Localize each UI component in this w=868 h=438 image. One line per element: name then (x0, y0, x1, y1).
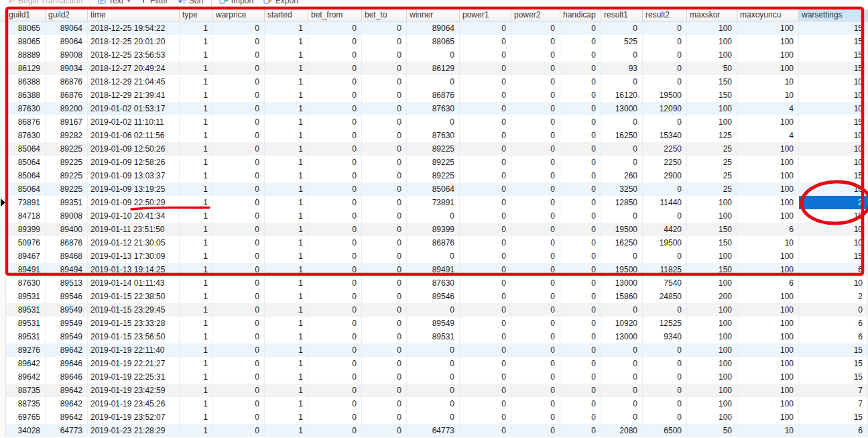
row-gutter[interactable] (0, 115, 6, 129)
cell-type[interactable]: 1 (180, 196, 213, 209)
cell-warsettings[interactable]: 15 (799, 21, 868, 35)
cell-bet_from[interactable]: 0 (308, 129, 362, 142)
cell-started[interactable]: 1 (265, 397, 308, 410)
cell-time[interactable]: 2018-12-25 20:01:20 (88, 35, 180, 48)
cell-result2[interactable]: 0 (643, 62, 687, 75)
cell-bet_from[interactable]: 0 (308, 343, 362, 357)
cell-time[interactable]: 2019-01-12 21:30:05 (88, 236, 180, 250)
cell-started[interactable]: 1 (265, 21, 308, 35)
cell-started[interactable]: 1 (265, 129, 308, 142)
cell-type[interactable]: 1 (180, 169, 213, 182)
cell-time[interactable]: 2019-01-15 22:38:50 (88, 290, 180, 303)
cell-started[interactable]: 1 (265, 35, 308, 48)
cell-type[interactable]: 1 (180, 48, 213, 62)
cell-time[interactable]: 2019-01-15 23:56:50 (88, 330, 180, 343)
cell-guild1[interactable]: 89531 (6, 303, 46, 317)
cell-guild2[interactable]: 86876 (46, 89, 88, 102)
cell-winner[interactable]: 0 (407, 384, 460, 397)
cell-time[interactable]: 2018-12-25 23:56:53 (88, 48, 180, 62)
cell-warprice[interactable]: 0 (213, 102, 265, 115)
cell-result2[interactable]: 9340 (643, 330, 687, 343)
cell-guild1[interactable]: 87630 (6, 276, 46, 290)
cell-power1[interactable]: 0 (460, 303, 511, 317)
cell-guild1[interactable]: 89642 (6, 370, 46, 384)
cell-result1[interactable]: 0 (601, 357, 643, 370)
cell-power2[interactable]: 0 (511, 115, 560, 129)
cell-maxoyuncu[interactable]: 100 (737, 357, 799, 370)
cell-guild1[interactable]: 88065 (6, 35, 46, 48)
cell-warsettings[interactable]: 15 (799, 48, 868, 62)
cell-winner[interactable]: 0 (407, 250, 460, 263)
cell-bet_from[interactable]: 0 (308, 410, 362, 424)
cell-maxskor[interactable]: 100 (687, 317, 737, 330)
cell-power1[interactable]: 0 (460, 115, 511, 129)
cell-bet_from[interactable]: 0 (308, 156, 362, 169)
cell-bet_to[interactable]: 0 (362, 236, 407, 250)
cell-started[interactable]: 1 (265, 303, 308, 317)
cell-result2[interactable]: 12090 (643, 102, 687, 115)
cell-type[interactable]: 1 (180, 263, 213, 276)
cell-maxskor[interactable]: 100 (687, 343, 737, 357)
cell-type[interactable]: 1 (180, 89, 213, 102)
cell-bet_to[interactable]: 0 (362, 48, 407, 62)
cell-started[interactable]: 1 (265, 384, 308, 397)
row-gutter[interactable] (0, 384, 6, 397)
cell-guild2[interactable]: 89225 (46, 156, 88, 169)
cell-warprice[interactable]: 0 (213, 48, 265, 62)
cell-winner[interactable]: 0 (407, 397, 460, 410)
cell-started[interactable]: 1 (265, 115, 308, 129)
cell-time[interactable]: 2018-12-25 19:54:22 (88, 21, 180, 35)
cell-bet_from[interactable]: 0 (308, 223, 362, 236)
cell-warprice[interactable]: 0 (213, 182, 265, 196)
cell-guild1[interactable]: 85064 (6, 142, 46, 156)
cell-result1[interactable]: 15860 (601, 290, 643, 303)
cell-winner[interactable]: 0 (407, 410, 460, 424)
column-header-bet_from[interactable]: bet_from (308, 9, 362, 21)
cell-guild1[interactable]: 85064 (6, 169, 46, 182)
cell-power1[interactable]: 0 (460, 196, 511, 209)
cell-power1[interactable]: 0 (460, 290, 511, 303)
cell-bet_to[interactable]: 0 (362, 317, 407, 330)
cell-maxoyuncu[interactable]: 100 (737, 263, 799, 276)
cell-power2[interactable]: 0 (511, 303, 560, 317)
cell-result1[interactable]: 0 (601, 384, 643, 397)
cell-result2[interactable]: 19500 (643, 236, 687, 250)
cell-warsettings[interactable]: 6 (799, 330, 868, 343)
cell-started[interactable]: 1 (265, 169, 308, 182)
cell-maxskor[interactable]: 100 (687, 303, 737, 317)
cell-bet_to[interactable]: 0 (362, 75, 407, 89)
cell-power1[interactable]: 0 (460, 35, 511, 48)
cell-maxskor[interactable]: 150 (687, 263, 737, 276)
cell-warsettings[interactable]: 10 (799, 156, 868, 169)
cell-maxskor[interactable]: 25 (687, 169, 737, 182)
cell-winner[interactable]: 0 (407, 370, 460, 384)
cell-type[interactable]: 1 (180, 182, 213, 196)
cell-maxskor[interactable]: 100 (687, 196, 737, 209)
cell-started[interactable]: 1 (265, 410, 308, 424)
cell-result1[interactable]: 0 (601, 75, 643, 89)
cell-bet_from[interactable]: 0 (308, 209, 362, 223)
cell-guild1[interactable]: 87630 (6, 129, 46, 142)
cell-started[interactable]: 1 (265, 290, 308, 303)
cell-power2[interactable]: 0 (511, 223, 560, 236)
cell-winner[interactable]: 86129 (407, 62, 460, 75)
cell-result2[interactable]: 2900 (643, 169, 687, 182)
cell-time[interactable]: 2019-01-19 23:52:07 (88, 410, 180, 424)
cell-guild2[interactable]: 89513 (46, 276, 88, 290)
cell-bet_from[interactable]: 0 (308, 424, 362, 437)
cell-power2[interactable]: 0 (511, 343, 560, 357)
cell-power1[interactable]: 0 (460, 102, 511, 115)
cell-guild2[interactable]: 89225 (46, 142, 88, 156)
row-gutter[interactable] (0, 397, 6, 410)
begin-transaction-button[interactable]: Begin Transaction (3, 0, 87, 9)
cell-warsettings[interactable]: 15 (799, 410, 868, 424)
cell-warprice[interactable]: 0 (213, 75, 265, 89)
cell-handicap[interactable]: 0 (560, 263, 601, 276)
cell-power1[interactable]: 0 (460, 142, 511, 156)
cell-winner[interactable]: 86876 (407, 236, 460, 250)
cell-winner[interactable]: 0 (407, 209, 460, 223)
column-header-power2[interactable]: power2 (511, 9, 560, 21)
cell-handicap[interactable]: 0 (560, 330, 601, 343)
cell-bet_to[interactable]: 0 (362, 35, 407, 48)
cell-winner[interactable]: 64773 (407, 424, 460, 437)
